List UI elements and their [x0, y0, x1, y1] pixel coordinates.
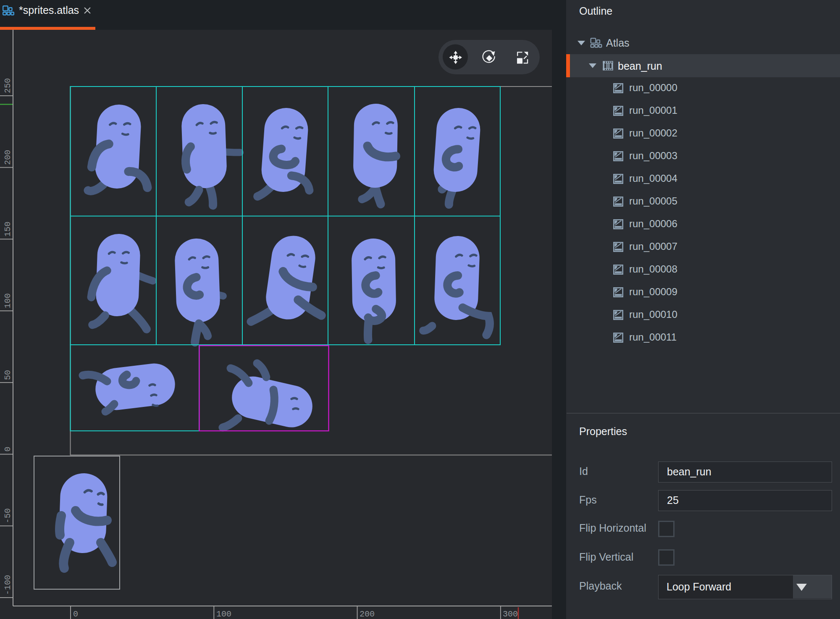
svg-text:-50: -50	[3, 508, 13, 523]
svg-text:-100: -100	[3, 575, 13, 595]
svg-text:0: 0	[73, 609, 78, 619]
svg-text:300: 300	[503, 609, 518, 619]
svg-text:0: 0	[3, 447, 13, 452]
svg-text:250: 250	[3, 78, 13, 93]
svg-text:200: 200	[3, 150, 13, 165]
svg-text:100: 100	[3, 293, 13, 308]
svg-text:100: 100	[216, 609, 231, 619]
svg-text:150: 150	[3, 221, 13, 236]
svg-text:200: 200	[360, 609, 375, 619]
svg-text:50: 50	[3, 370, 13, 380]
